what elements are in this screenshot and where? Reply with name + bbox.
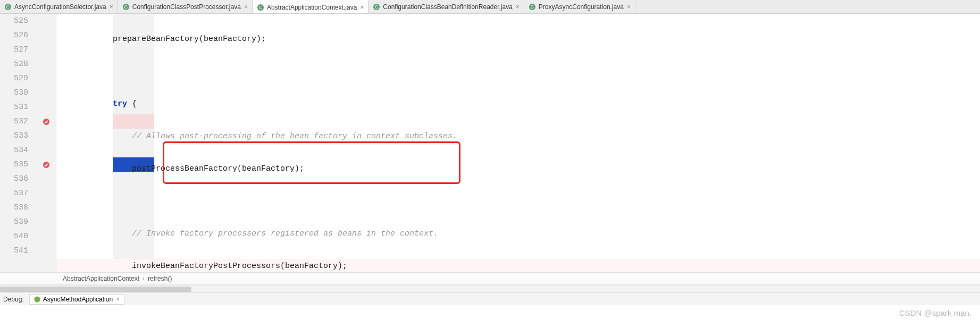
breakpoint-done-icon [43, 118, 50, 125]
watermark: CSDN @spark man. [899, 308, 971, 317]
line-number: 525 [0, 14, 36, 28]
line-number: 530 [0, 86, 36, 100]
java-class-icon: C [529, 3, 536, 11]
line-number: 538 [0, 200, 36, 215]
debug-bar: Debug: AsyncMethodApplication × [0, 292, 980, 305]
close-icon[interactable]: × [116, 296, 120, 303]
svg-text:C: C [531, 4, 534, 10]
breakpoint-gutter[interactable] [36, 14, 56, 272]
tab-file-active[interactable]: C AbstractApplicationContext.java × [253, 0, 368, 13]
line-number: 528 [0, 57, 36, 71]
editor-tabs: C AsyncConfigurationSelector.java × C Co… [0, 0, 980, 14]
code-line-breakpoint: invokeBeanFactoryPostProcessors(beanFact… [56, 259, 980, 272]
code-line: postProcessBeanFactory(beanFactory); [56, 162, 980, 176]
chevron-right-icon: › [143, 275, 145, 282]
tab-label: ConfigurationClassBeanDefinitionReader.j… [383, 3, 512, 11]
svg-text:C: C [124, 4, 128, 10]
line-number: 537 [0, 186, 36, 200]
java-class-icon: C [257, 4, 264, 11]
line-number: 527 [0, 43, 36, 57]
code-line [56, 64, 980, 79]
breakpoint-marker[interactable] [36, 157, 56, 172]
breadcrumb[interactable]: AbstractApplicationContext › refresh() [0, 272, 980, 285]
horizontal-scrollbar[interactable] [0, 285, 980, 292]
line-number: 533 [0, 129, 36, 143]
code-line: // Allows post-processing of the bean fa… [56, 129, 980, 144]
line-number: 536 [0, 172, 36, 186]
line-number: 531 [0, 100, 36, 114]
tab-label: ConfigurationClassPostProcessor.java [132, 3, 241, 11]
java-class-icon: C [4, 3, 12, 11]
code-line: try { [56, 97, 980, 111]
line-number: 541 [0, 244, 36, 258]
line-number: 526 [0, 28, 36, 43]
tab-file[interactable]: C ProxyAsyncConfiguration.java × [524, 0, 635, 13]
tab-file[interactable]: C ConfigurationClassBeanDefinitionReader… [368, 0, 524, 13]
line-number: 532 [0, 114, 36, 129]
tab-label: ProxyAsyncConfiguration.java [539, 3, 624, 11]
code-line: // Invoke factory processors registered … [56, 227, 980, 241]
breakpoint-done-icon [43, 161, 50, 169]
debug-label: Debug: [3, 296, 24, 303]
svg-text:C: C [259, 5, 263, 10]
code-editor[interactable]: 525 526 527 528 529 530 531 532 533 534 … [0, 14, 980, 272]
debug-session-tab[interactable]: AsyncMethodApplication × [29, 294, 124, 305]
spring-boot-icon [34, 296, 40, 303]
line-number: 529 [0, 71, 36, 86]
breakpoint-marker[interactable] [36, 114, 56, 129]
svg-text:C: C [375, 4, 379, 10]
close-icon[interactable]: × [627, 3, 631, 11]
tab-spacer [635, 0, 980, 13]
close-icon[interactable]: × [110, 3, 113, 11]
code-area[interactable]: prepareBeanFactory(beanFactory); try { /… [56, 14, 980, 272]
line-number-gutter: 525 526 527 528 529 530 531 532 533 534 … [0, 14, 36, 272]
svg-text:C: C [6, 4, 10, 10]
tab-file[interactable]: C AsyncConfigurationSelector.java × [0, 0, 118, 13]
close-icon[interactable]: × [516, 3, 520, 11]
tab-file[interactable]: C ConfigurationClassPostProcessor.java × [118, 0, 253, 13]
tab-label: AbstractApplicationContext.java [267, 4, 357, 11]
line-number: 534 [0, 143, 36, 157]
code-line [56, 194, 980, 208]
line-number: 540 [0, 229, 36, 244]
debug-tab-label: AsyncMethodApplication [43, 296, 113, 303]
java-class-icon: C [122, 3, 130, 11]
line-number: 535 [0, 157, 36, 172]
breadcrumb-method[interactable]: refresh() [148, 275, 172, 282]
close-icon[interactable]: × [244, 3, 248, 11]
tab-label: AsyncConfigurationSelector.java [14, 3, 106, 11]
close-icon[interactable]: × [360, 4, 364, 11]
svg-point-12 [34, 296, 40, 302]
scrollbar-thumb[interactable] [0, 287, 191, 292]
breadcrumb-class[interactable]: AbstractApplicationContext [63, 275, 139, 282]
code-line: prepareBeanFactory(beanFactory); [56, 32, 980, 46]
java-class-icon: C [373, 3, 380, 11]
line-number: 539 [0, 215, 36, 229]
